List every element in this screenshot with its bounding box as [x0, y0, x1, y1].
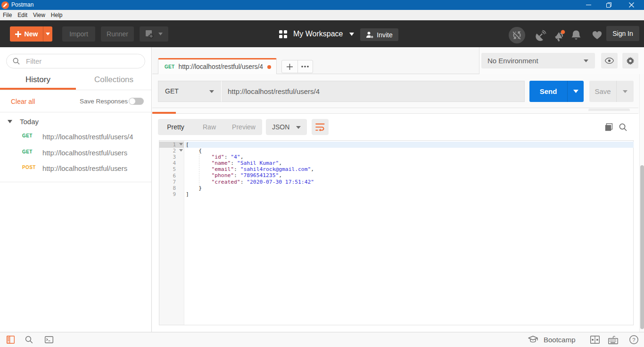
- new-window-button[interactable]: [140, 26, 168, 42]
- runner-button[interactable]: Runner: [101, 26, 134, 42]
- help-button[interactable]: ?: [629, 332, 638, 347]
- search-icon: [13, 58, 20, 65]
- line-number: 7: [173, 179, 176, 185]
- view-raw[interactable]: Raw: [193, 123, 225, 131]
- environment-selector[interactable]: No Environment: [481, 53, 595, 68]
- workspace-selector[interactable]: My Workspace: [279, 26, 354, 42]
- tab-history[interactable]: History: [0, 72, 76, 87]
- new-button[interactable]: New: [10, 26, 52, 42]
- line-number: 6: [173, 173, 176, 179]
- heart-icon: [592, 31, 602, 40]
- send-options-caret[interactable]: [567, 81, 584, 102]
- url-input[interactable]: http://localhost/restful/users/4: [222, 81, 525, 102]
- minimize-icon: [586, 2, 591, 8]
- code-line: "phone": "7896541235",: [186, 172, 634, 178]
- toggle-knob: [129, 98, 135, 104]
- close-button[interactable]: [621, 0, 642, 10]
- request-tab-active[interactable]: GET http://localhost/restful/users/4: [158, 58, 277, 74]
- favorites-button[interactable]: [589, 22, 604, 49]
- fold-caret-icon[interactable]: [179, 143, 183, 145]
- view-pretty[interactable]: Pretty: [158, 123, 193, 131]
- tab-menu-button[interactable]: [297, 60, 313, 73]
- method-dropdown[interactable]: GET: [158, 81, 222, 102]
- environment-settings-button[interactable]: [622, 53, 638, 68]
- view-preview[interactable]: Preview: [225, 123, 262, 131]
- invite-button-label: Invite: [377, 31, 392, 39]
- environment-value: No Environment: [487, 53, 538, 68]
- svg-text:?: ?: [632, 337, 635, 343]
- chevron-down-icon: [623, 90, 627, 93]
- fold-caret-icon[interactable]: [179, 149, 183, 152]
- history-item[interactable]: GEThttp://localhost/restful/users: [0, 147, 151, 159]
- sync-status-button[interactable]: [509, 22, 525, 49]
- menu-edit[interactable]: Edit: [15, 10, 30, 20]
- filter-input[interactable]: Filter: [6, 54, 145, 68]
- sync-disabled-icon: [509, 27, 525, 43]
- collapse-triangle-icon: [8, 120, 12, 123]
- line-number: 5: [173, 166, 176, 172]
- main-scrollbar-thumb[interactable]: [640, 165, 644, 329]
- response-body-editor[interactable]: 123456789 [ { "id": "4", "name": "Sahil …: [159, 140, 634, 325]
- notifications-button[interactable]: [570, 22, 583, 49]
- bootcamp-button[interactable]: Bootcamp: [528, 332, 576, 347]
- history-item[interactable]: GEThttp://localhost/restful/users/4: [0, 131, 151, 143]
- history-group-today[interactable]: Today: [8, 117, 39, 126]
- save-responses-toggle[interactable]: [129, 98, 144, 105]
- postman-logo-icon: [1, 1, 9, 9]
- code-line: {: [186, 148, 634, 154]
- plus-icon: [15, 31, 21, 37]
- invite-button[interactable]: Invite: [360, 28, 398, 41]
- console-icon: [45, 336, 53, 343]
- request-tabs-row-partial: [152, 108, 638, 114]
- code-line: "id": "4",: [186, 154, 634, 160]
- search-response-button[interactable]: [619, 123, 627, 133]
- line-number: 4: [173, 160, 176, 166]
- new-tab-button[interactable]: [282, 60, 297, 73]
- history-group-label: Today: [20, 118, 39, 126]
- megaphone-icon: [553, 29, 567, 42]
- gutter-row: 7: [159, 179, 184, 185]
- sign-in-button[interactable]: Sign In: [606, 26, 639, 41]
- history-item[interactable]: POSThttp://localhost/restful/users: [0, 163, 151, 174]
- maximize-button[interactable]: [598, 0, 619, 10]
- announcements-button[interactable]: [553, 22, 568, 49]
- menu-view[interactable]: View: [30, 10, 48, 20]
- response-format-dropdown[interactable]: JSON: [266, 119, 307, 135]
- environment-preview-button[interactable]: [601, 53, 618, 68]
- menu-help[interactable]: Help: [48, 10, 66, 20]
- copy-response-button[interactable]: [605, 123, 613, 133]
- wrap-text-button[interactable]: [312, 119, 329, 135]
- new-window-icon: [145, 29, 155, 39]
- menu-file[interactable]: File: [0, 10, 15, 20]
- api-network-button[interactable]: [533, 22, 549, 49]
- chevron-down-icon: [296, 126, 301, 129]
- import-button[interactable]: Import: [62, 26, 95, 42]
- send-button[interactable]: Send: [529, 81, 584, 102]
- line-number: 9: [173, 191, 176, 197]
- line-number: 1: [173, 142, 176, 148]
- shortcuts-button[interactable]: [608, 332, 618, 347]
- divider: [0, 90, 151, 90]
- tab-collections[interactable]: Collections: [76, 72, 152, 87]
- two-pane-view-button[interactable]: [590, 332, 600, 347]
- console-button[interactable]: [45, 332, 53, 347]
- save-options-caret[interactable]: [616, 81, 634, 102]
- bell-icon: [571, 30, 581, 41]
- clear-all-link[interactable]: Clear all: [11, 98, 35, 105]
- new-button-main[interactable]: New: [10, 30, 43, 38]
- chevron-down-icon: [349, 33, 354, 36]
- find-button[interactable]: [25, 332, 33, 347]
- gutter-row: 5: [159, 166, 184, 172]
- new-dropdown-caret[interactable]: [43, 26, 52, 42]
- toggle-sidebar-button[interactable]: [7, 332, 15, 347]
- keyboard-icon: [608, 335, 618, 344]
- line-number: 3: [173, 154, 176, 160]
- graduation-cap-icon: [528, 336, 538, 344]
- code-line: "created": "2020-07-30 17:51:42": [186, 179, 634, 185]
- minimize-button[interactable]: [578, 0, 599, 10]
- main-scrollbar[interactable]: [639, 74, 644, 332]
- save-button[interactable]: Save: [589, 81, 634, 102]
- chevron-down-icon: [46, 33, 50, 35]
- response-format-value: JSON: [272, 119, 289, 135]
- send-label: Send: [529, 81, 567, 102]
